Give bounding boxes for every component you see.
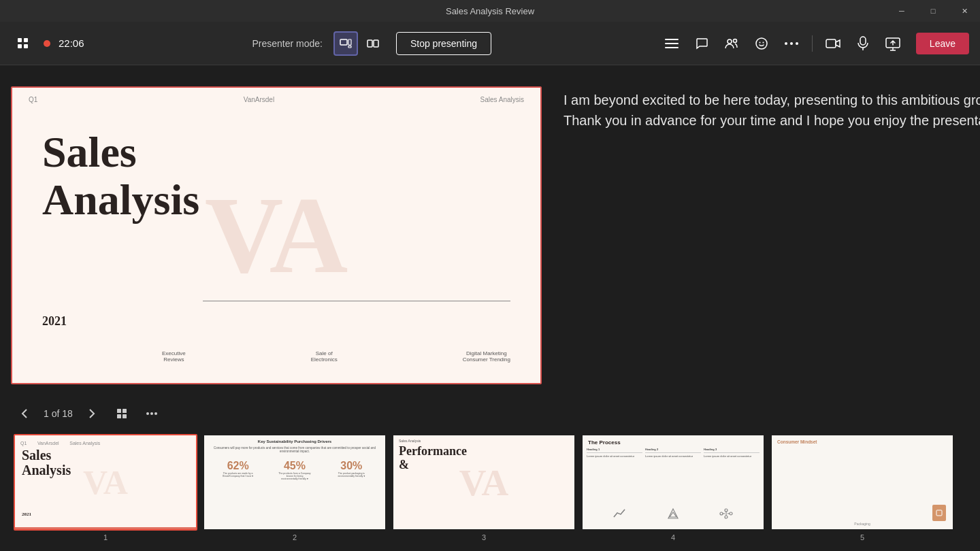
svg-point-12 (728, 39, 732, 44)
svg-rect-1 (24, 38, 28, 42)
slide-viewer: Q1 VanArsdel Sales Analysis VA Sales Ana… (11, 73, 542, 397)
window-title: Sales Analysis Review (446, 6, 534, 16)
next-slide-button[interactable] (81, 403, 103, 424)
svg-rect-26 (117, 414, 121, 418)
share-screen-icon[interactable] (881, 31, 905, 56)
thumb3-content: VA Sales Analysis Performance& (393, 435, 574, 529)
footer-item-2: Sale of Electronics (311, 350, 338, 363)
svg-rect-11 (665, 47, 679, 48)
toolbar-right: Leave (659, 31, 969, 56)
footer-item-3: Digital Marketing Consumer Trending (463, 350, 510, 363)
thumbnail-1[interactable]: VA Q1 VanArsdel Sales Analysis SalesAnal… (14, 434, 197, 531)
svg-point-34 (725, 509, 728, 512)
thumbnail-2[interactable]: Key Sustainability Purchasing Drivers Co… (203, 434, 387, 531)
svg-point-18 (790, 42, 793, 45)
slide-count: 1 of 18 (44, 408, 73, 419)
svg-rect-7 (368, 40, 372, 47)
slide-content: Q1 VanArsdel Sales Analysis VA Sales Ana… (12, 88, 540, 383)
slide-more-options-button[interactable] (141, 403, 163, 424)
svg-rect-5 (348, 39, 351, 45)
window-controls: ─ □ ✕ (886, 0, 980, 22)
svg-rect-20 (826, 39, 836, 48)
svg-point-35 (730, 512, 732, 515)
svg-rect-27 (122, 414, 127, 418)
thumbnails-strip: VA Q1 VanArsdel Sales Analysis SalesAnal… (11, 430, 980, 546)
slide-title-line2: Analysis (42, 176, 199, 224)
side-by-side-button[interactable] (361, 31, 385, 56)
slide-header: Q1 VanArsdel Sales Analysis (12, 88, 540, 103)
reactions-icon[interactable] (749, 31, 774, 56)
toolbar-center: Presenter mode: Stop presenting (84, 31, 659, 56)
svg-rect-24 (117, 409, 121, 413)
thumb-num-1: 1 (103, 533, 108, 541)
svg-point-30 (154, 412, 157, 415)
svg-rect-0 (18, 38, 22, 42)
presenter-mode-label: Presenter mode: (252, 38, 323, 49)
svg-rect-10 (665, 43, 679, 44)
svg-rect-21 (860, 37, 866, 45)
slide-brand: VanArsdel (244, 96, 274, 103)
watermark-text: VA (205, 181, 348, 290)
presenter-mode-icons (333, 31, 385, 56)
svg-point-15 (759, 41, 760, 43)
presenter-notes: I am beyond excited to be here today, pr… (564, 90, 980, 131)
footer-item-1: Executive Reviews (162, 350, 186, 363)
svg-rect-3 (24, 44, 28, 48)
recording-indicator (44, 40, 50, 47)
main-content: Q1 VanArsdel Sales Analysis VA Sales Ana… (0, 65, 980, 551)
toolbar-divider (812, 35, 813, 52)
maximize-button[interactable]: □ (917, 0, 949, 22)
stop-presenting-button[interactable]: Stop presenting (396, 32, 491, 55)
microphone-icon[interactable] (851, 31, 875, 56)
previous-slide-button[interactable] (14, 403, 35, 424)
svg-rect-2 (18, 44, 22, 48)
svg-point-33 (720, 512, 723, 515)
thumbnail-3[interactable]: VA Sales Analysis Performance& (392, 434, 576, 531)
svg-point-29 (150, 412, 153, 415)
svg-rect-9 (665, 39, 679, 40)
camera-icon[interactable] (821, 31, 845, 56)
thumb-num-2: 2 (293, 533, 297, 541)
slide-notes-container: Q1 VanArsdel Sales Analysis VA Sales Ana… (11, 73, 980, 397)
leave-button[interactable]: Leave (916, 33, 969, 54)
thumbnail-wrapper-2: Key Sustainability Purchasing Drivers Co… (203, 434, 387, 541)
timer-display: 22:06 (59, 37, 84, 49)
slide-area: Q1 VanArsdel Sales Analysis VA Sales Ana… (0, 65, 980, 551)
chat-icon[interactable] (689, 31, 714, 56)
slide-footer: Executive Reviews Sale of Electronics Di… (162, 350, 510, 363)
more-options-icon[interactable] (779, 31, 804, 56)
slide-main-title: Sales Analysis (42, 129, 199, 224)
svg-rect-4 (340, 39, 347, 45)
svg-rect-25 (122, 409, 127, 413)
minimize-button[interactable]: ─ (886, 0, 917, 22)
slide-frame: Q1 VanArsdel Sales Analysis VA Sales Ana… (11, 86, 542, 384)
presenter-view-button[interactable] (333, 31, 358, 56)
thumb5-content: Consumer Mindset Packaging (772, 435, 953, 529)
svg-rect-6 (348, 46, 351, 48)
slide-year: 2021 (42, 314, 67, 329)
svg-rect-8 (374, 40, 378, 47)
svg-point-13 (733, 39, 736, 42)
svg-point-17 (785, 42, 787, 45)
thumb-num-3: 3 (482, 533, 486, 541)
thumbnail-4[interactable]: The Process Heading 1 Lorem ipsum dolor … (581, 434, 765, 531)
close-button[interactable]: ✕ (949, 0, 980, 22)
thumb4-content: The Process Heading 1 Lorem ipsum dolor … (583, 435, 764, 529)
svg-point-16 (762, 41, 764, 43)
grid-view-icon[interactable] (11, 31, 35, 56)
thumbnail-wrapper-5: Consumer Mindset Packaging 5 (770, 434, 954, 541)
svg-rect-40 (936, 510, 942, 516)
slide-divider (203, 301, 510, 301)
thumbnail-wrapper-1: VA Q1 VanArsdel Sales Analysis SalesAnal… (14, 434, 197, 541)
slide-grid-view-button[interactable] (111, 403, 133, 424)
svg-point-19 (796, 42, 798, 45)
svg-point-28 (146, 412, 149, 415)
hamburger-menu-icon[interactable] (659, 31, 684, 56)
thumbnail-5[interactable]: Consumer Mindset Packaging (770, 434, 954, 531)
thumb1-content: VA Q1 VanArsdel Sales Analysis SalesAnal… (15, 435, 196, 529)
thumb-num-4: 4 (671, 533, 675, 541)
participants-icon[interactable] (719, 31, 744, 56)
svg-point-14 (756, 38, 767, 49)
slide-navigation: 1 of 18 (11, 397, 980, 430)
notes-area: I am beyond excited to be here today, pr… (542, 73, 980, 397)
